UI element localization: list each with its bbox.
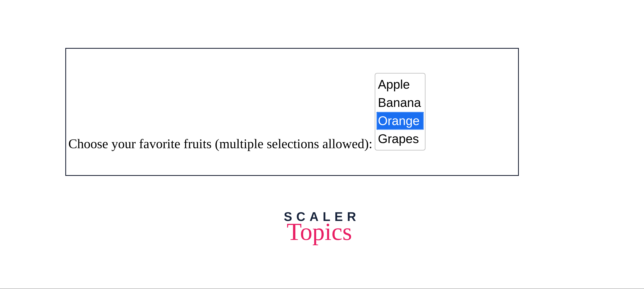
scaler-topics-logo: SCALER Topics [284,210,360,241]
form-container: Choose your favorite fruits (multiple se… [65,48,519,176]
option-banana[interactable]: Banana [375,94,425,112]
select-label: Choose your favorite fruits (multiple se… [68,137,372,150]
option-grapes[interactable]: Grapes [375,130,425,148]
logo-text-topics: Topics [281,222,358,241]
option-apple[interactable]: Apple [375,75,425,94]
form-row: Choose your favorite fruits (multiple se… [66,73,426,150]
fruits-multiselect[interactable]: Apple Banana Orange Grapes [375,73,426,150]
option-orange[interactable]: Orange [376,112,424,130]
